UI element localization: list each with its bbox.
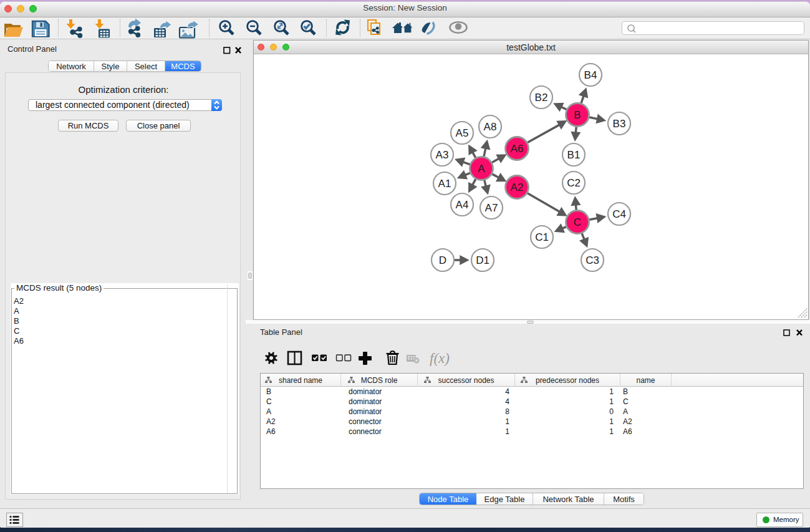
svg-text:C4: C4 (612, 208, 626, 220)
svg-text:A1: A1 (438, 178, 451, 190)
svg-text:D1: D1 (476, 254, 489, 266)
svg-text:C1: C1 (535, 231, 549, 243)
svg-text:A: A (478, 163, 485, 175)
svg-text:A4: A4 (456, 199, 469, 211)
svg-text:B4: B4 (584, 69, 597, 81)
svg-text:A3: A3 (436, 149, 449, 161)
svg-text:f(x): f(x) (430, 351, 450, 366)
svg-text:B1: B1 (567, 149, 581, 161)
svg-text:C3: C3 (586, 254, 599, 266)
svg-text:C: C (574, 216, 581, 228)
svg-text:A7: A7 (485, 202, 498, 214)
svg-text:C2: C2 (567, 177, 581, 189)
svg-text:A2: A2 (511, 181, 524, 193)
svg-text:D: D (439, 254, 446, 266)
svg-text:B3: B3 (613, 118, 626, 130)
svg-text:B: B (574, 109, 581, 121)
svg-text:B2: B2 (535, 92, 548, 104)
svg-text:A6: A6 (511, 143, 524, 155)
svg-text:A5: A5 (456, 127, 469, 139)
svg-text:A8: A8 (484, 121, 497, 133)
